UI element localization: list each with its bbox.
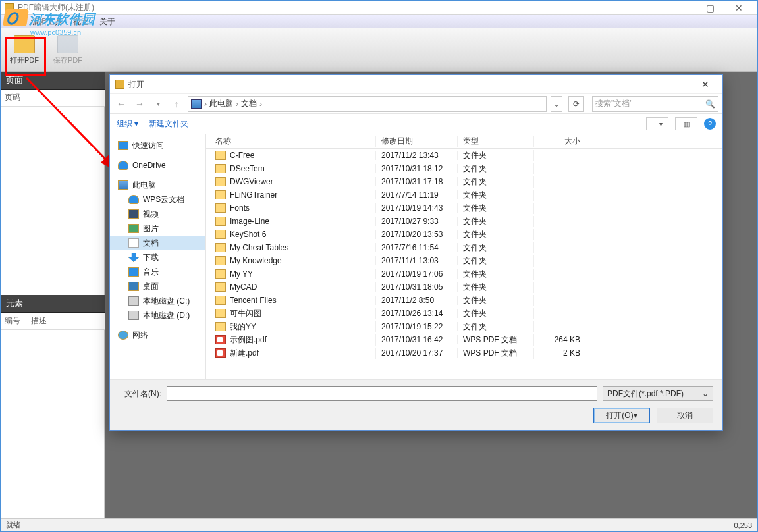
file-date: 2017/11/2 13:43 <box>376 151 458 160</box>
tree-pictures[interactable]: 图片 <box>110 221 205 236</box>
breadcrumb-folder[interactable]: 文档 <box>241 98 257 109</box>
breadcrumb-dropdown[interactable]: ⌄ <box>551 96 562 112</box>
file-row[interactable]: Tencent Files 2017/11/2 8:50 文件夹 <box>206 294 722 307</box>
filetype-select[interactable]: PDF文件(*.pdf;*.PDF) ⌄ <box>603 386 713 401</box>
tree-onedrive[interactable]: OneDrive <box>110 158 205 173</box>
file-row[interactable]: DSeeTem 2017/10/31 18:12 文件夹 <box>206 162 722 175</box>
tree-downloads[interactable]: 下载 <box>110 250 205 265</box>
file-type: WPS PDF 文档 <box>458 348 534 359</box>
file-name: Fonts <box>230 203 250 213</box>
tree-disk-c[interactable]: 本地磁盘 (C:) <box>110 294 205 308</box>
file-type: 文件夹 <box>458 242 534 253</box>
file-row[interactable]: Image-Line 2017/10/27 9:33 文件夹 <box>206 215 722 228</box>
folder-icon <box>215 151 226 160</box>
help-button[interactable]: ? <box>704 118 716 130</box>
chevron-right-icon: › <box>204 99 207 109</box>
breadcrumb[interactable]: › 此电脑 › 文档 › <box>188 96 547 112</box>
file-row[interactable]: 可牛闪图 2017/10/26 13:14 文件夹 <box>206 307 722 320</box>
col-name[interactable]: 名称 <box>206 136 376 147</box>
tree-documents[interactable]: 文档 <box>110 236 205 250</box>
close-button[interactable]: ✕ <box>724 1 753 14</box>
file-size: 264 KB <box>534 335 587 344</box>
file-type: 文件夹 <box>458 321 534 332</box>
tree-music[interactable]: 音乐 <box>110 265 205 279</box>
open-button[interactable]: 打开(O) ▾ <box>593 408 650 423</box>
file-row[interactable]: 我的YY 2017/10/19 15:22 文件夹 <box>206 320 722 333</box>
picture-icon <box>128 224 139 233</box>
network-icon <box>118 331 128 340</box>
elements-panel-body <box>1 330 105 518</box>
file-type: 文件夹 <box>458 190 534 201</box>
organize-button[interactable]: 组织 ▾ <box>117 119 138 130</box>
file-row[interactable]: KeyShot 6 2017/10/20 13:53 文件夹 <box>206 228 722 241</box>
file-row[interactable]: DWGViewer 2017/10/31 17:18 文件夹 <box>206 175 722 188</box>
nav-back-button[interactable]: ← <box>114 97 128 111</box>
file-row[interactable]: 新建.pdf 2017/10/20 17:37 WPS PDF 文档 2 KB <box>206 346 722 359</box>
app-titlebar: PDF编辑大师(未注册) — ▢ ✕ <box>1 1 757 15</box>
filename-label: 文件名(N): <box>119 388 161 400</box>
file-name: MyCAD <box>230 282 257 292</box>
refresh-button[interactable]: ⟳ <box>568 96 584 112</box>
file-type: 文件夹 <box>458 163 534 174</box>
svg-line-0 <box>26 78 116 170</box>
file-row[interactable]: My Cheat Tables 2017/7/16 11:54 文件夹 <box>206 241 722 254</box>
file-name: DWGViewer <box>230 177 273 186</box>
elements-col-num: 编号 <box>5 315 31 327</box>
nav-forward-button[interactable]: → <box>132 97 147 111</box>
col-size[interactable]: 大小 <box>534 136 587 147</box>
view-mode-button[interactable]: ☰ ▾ <box>646 117 668 130</box>
file-row[interactable]: FLiNGTrainer 2017/7/14 11:19 文件夹 <box>206 188 722 201</box>
new-folder-button[interactable]: 新建文件夹 <box>149 119 188 130</box>
file-row[interactable]: C-Free 2017/11/2 13:43 文件夹 <box>206 149 722 162</box>
dialog-close-button[interactable]: ✕ <box>693 79 717 90</box>
preview-pane-button[interactable]: ▥ <box>675 117 697 130</box>
file-row[interactable]: 示例图.pdf 2017/10/31 16:42 WPS PDF 文档 264 … <box>206 333 722 346</box>
breadcrumb-root[interactable]: 此电脑 <box>209 98 233 109</box>
file-row[interactable]: My Knowledge 2017/11/1 13:03 文件夹 <box>206 254 722 267</box>
tree-this-pc[interactable]: 此电脑 <box>110 178 205 192</box>
folder-icon <box>215 177 226 186</box>
file-type: 文件夹 <box>458 176 534 188</box>
filename-input[interactable] <box>167 386 597 401</box>
file-row[interactable]: MyCAD 2017/10/31 18:05 文件夹 <box>206 280 722 294</box>
file-date: 2017/10/31 18:05 <box>376 282 458 292</box>
chevron-right-icon: › <box>236 99 238 109</box>
tree-desktop[interactable]: 桌面 <box>110 279 205 294</box>
pc-icon <box>118 180 128 190</box>
desktop-icon <box>128 282 139 291</box>
maximize-button[interactable]: ▢ <box>695 1 724 14</box>
watermark-overlay: 河东软件园 www.pc0359.cn <box>4 9 95 36</box>
minimize-button[interactable]: — <box>666 1 695 14</box>
tree-wps[interactable]: WPS云文档 <box>110 192 205 207</box>
folder-icon <box>215 164 226 173</box>
nav-up-button[interactable]: ↑ <box>169 97 184 111</box>
file-name: My Knowledge <box>230 256 282 265</box>
dialog-toolbar: 组织 ▾ 新建文件夹 ☰ ▾ ▥ ? <box>110 113 722 134</box>
nav-recent-button[interactable]: ▾ <box>151 97 165 111</box>
file-row[interactable]: My YY 2017/10/19 17:06 文件夹 <box>206 267 722 280</box>
folder-icon <box>215 309 226 318</box>
tree-video[interactable]: 视频 <box>110 207 205 221</box>
file-type: 文件夹 <box>458 150 534 161</box>
tree-quick-access[interactable]: 快速访问 <box>110 138 205 153</box>
cancel-button[interactable]: 取消 <box>657 408 713 423</box>
file-date: 2017/10/27 9:33 <box>376 217 458 226</box>
elements-col-desc: 描述 <box>31 315 47 327</box>
dialog-bottom: 文件名(N): PDF文件(*.pdf;*.PDF) ⌄ 打开(O) ▾ 取消 <box>110 379 722 430</box>
file-name: DSeeTem <box>230 164 265 173</box>
col-type[interactable]: 类型 <box>458 136 534 147</box>
chevron-down-icon: ⌄ <box>702 389 709 398</box>
col-date[interactable]: 修改日期 <box>376 136 458 147</box>
menu-about[interactable]: 关于 <box>99 16 115 28</box>
tree-network[interactable]: 网络 <box>110 328 205 342</box>
file-name: 示例图.pdf <box>230 334 267 346</box>
filename-row: 文件名(N): PDF文件(*.pdf;*.PDF) ⌄ <box>119 386 713 401</box>
cloud-icon <box>128 195 139 204</box>
disk-icon <box>128 296 139 306</box>
file-date: 2017/11/1 13:03 <box>376 256 458 265</box>
file-date: 2017/10/26 13:14 <box>376 309 458 318</box>
file-row[interactable]: Fonts 2017/10/19 14:43 文件夹 <box>206 201 722 215</box>
folder-icon <box>215 256 226 265</box>
tree-disk-d[interactable]: 本地磁盘 (D:) <box>110 308 205 323</box>
search-input[interactable]: 搜索"文档" 🔍 <box>592 96 718 112</box>
